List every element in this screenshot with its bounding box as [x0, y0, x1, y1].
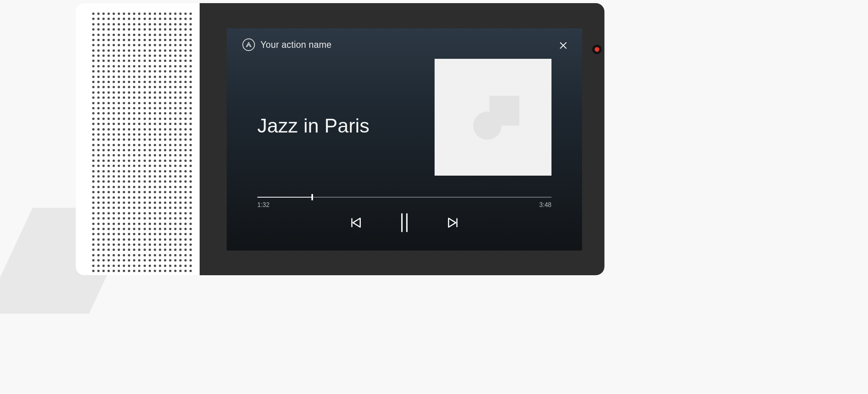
media-player-card: Your action name Jazz in Paris [227, 28, 582, 251]
close-button[interactable] [558, 40, 569, 51]
album-art-placeholder [435, 59, 551, 176]
progress-track [257, 197, 551, 198]
progress-times: 1:32 3:48 [257, 202, 551, 209]
action-name-label: Your action name [260, 40, 331, 50]
device-screen: Your action name Jazz in Paris [200, 3, 604, 275]
record-indicator-icon [595, 47, 599, 52]
action-logo-icon [242, 38, 255, 51]
elapsed-time: 1:32 [257, 202, 269, 209]
svg-marker-3 [353, 218, 360, 227]
speaker-grill-icon [92, 13, 189, 271]
card-header: Your action name [242, 38, 331, 51]
speaker-panel [76, 3, 200, 275]
track-title: Jazz in Paris [257, 114, 369, 137]
album-placeholder-icon [473, 112, 502, 140]
previous-button[interactable] [349, 216, 362, 229]
duration-time: 3:48 [539, 202, 551, 209]
playback-controls [349, 212, 460, 233]
progress-knob[interactable] [311, 194, 313, 200]
pause-button[interactable] [397, 212, 412, 233]
progress-fill [257, 197, 312, 198]
svg-marker-6 [449, 218, 456, 227]
next-button[interactable] [446, 216, 460, 229]
progress-bar[interactable]: 1:32 3:48 [257, 197, 551, 209]
smart-display-device: Your action name Jazz in Paris [76, 3, 604, 275]
